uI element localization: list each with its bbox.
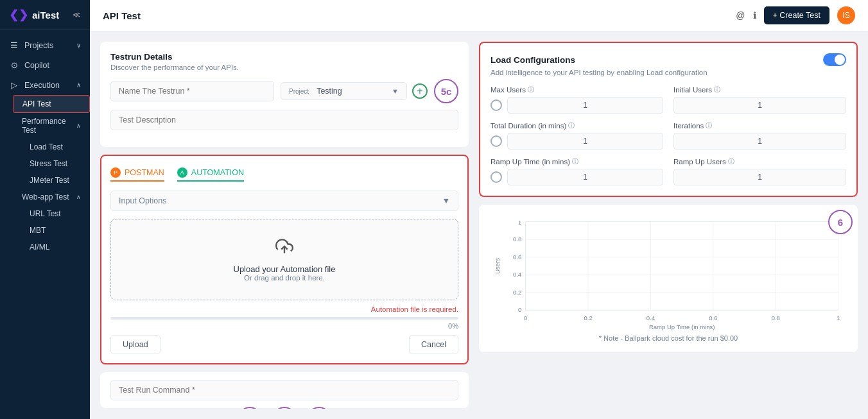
tabs: P POSTMAN A AUTOMATION — [110, 165, 458, 182]
load-config-header: Load Configurations — [490, 53, 846, 66]
chevron-up-icon: ∧ — [76, 123, 81, 129]
content-area: Testrun Details Discover the performance… — [90, 31, 868, 419]
iterations-input[interactable] — [673, 133, 846, 150]
testrun-name-input[interactable] — [110, 81, 274, 101]
input-options-label: Input Options — [119, 196, 166, 205]
left-panel: Testrun Details Discover the performance… — [100, 42, 469, 409]
svg-text:Ramp Up Time (in mins): Ramp Up Time (in mins) — [649, 323, 715, 330]
right-panel: Load Configurations Add intelligence to … — [479, 42, 858, 409]
ramp-up-time-input[interactable] — [507, 169, 663, 185]
testrun-name-row: Project Testing ▼ + 5c — [110, 79, 458, 103]
step-badge-7c: 7c — [238, 407, 262, 409]
svg-text:0.6: 0.6 — [513, 253, 521, 261]
sidebar-item-stress-test[interactable]: Stress Test — [21, 155, 90, 172]
svg-text:0.2: 0.2 — [584, 314, 592, 321]
load-config-card: Load Configurations Add intelligence to … — [479, 42, 858, 197]
testrun-title: Testrun Details — [110, 52, 458, 62]
sidebar-sub-item-label: JMeter Test — [30, 176, 69, 185]
info-icon[interactable]: ℹ — [753, 10, 756, 21]
copilot-icon: ⊙ — [9, 60, 19, 70]
max-users-circle — [490, 99, 502, 111]
sidebar-item-api-test[interactable]: API Test — [13, 95, 90, 113]
svg-text:0.2: 0.2 — [513, 289, 521, 296]
svg-text:1: 1 — [518, 219, 521, 226]
upload-action-row: Upload Cancel — [110, 335, 458, 354]
create-test-button[interactable]: + Create Test — [764, 6, 829, 24]
cancel-upload-button[interactable]: Cancel — [409, 335, 458, 354]
sidebar-sub-item-label: Performance Test — [22, 117, 73, 135]
sidebar-sub-execution: API Test Performance Test ∧ Load Test St… — [0, 95, 90, 255]
sidebar-sub-item-label: Stress Test — [30, 159, 67, 168]
sidebar-item-projects[interactable]: ☰ Projects ∨ — [0, 35, 90, 55]
max-users-field: Max Users ⓘ — [490, 85, 663, 114]
ramp-up-users-field: Ramp Up Users ⓘ — [673, 157, 846, 185]
page-title: API Test — [103, 10, 141, 21]
project-selector[interactable]: Project Testing ▼ — [281, 82, 407, 100]
sidebar-item-url-test[interactable]: URL Test — [21, 205, 90, 222]
ramp-up-time-label: Ramp Up Time (in mins) ⓘ — [490, 157, 663, 166]
total-duration-label: Total Duration (in mins) ⓘ — [490, 121, 663, 130]
postman-icon: P — [110, 167, 121, 178]
ramp-up-users-input[interactable] — [673, 169, 846, 185]
max-users-input-row — [490, 97, 663, 114]
chart-note: * Note - Ballpark cloud cost for the run… — [489, 334, 847, 342]
ramp-up-time-input-row — [490, 169, 663, 185]
header-actions: @ ℹ + Create Test IS — [736, 6, 855, 24]
sidebar-sub-item-label: Load Test — [30, 142, 63, 151]
sidebar-item-mbt[interactable]: MBT — [21, 222, 90, 239]
info-icon: ⓘ — [568, 121, 575, 130]
sidebar-webapp-sub: URL Test MBT AI/ML — [13, 205, 90, 255]
upload-area[interactable]: Upload your Automation file Or drag and … — [110, 219, 458, 300]
max-users-input[interactable] — [507, 97, 663, 114]
load-config-subtitle: Add intelligence to your API testing by … — [490, 69, 846, 76]
sidebar-sub-item-label: Web-app Test — [22, 192, 69, 201]
progress-bar — [110, 317, 458, 320]
load-config-toggle[interactable] — [823, 53, 846, 66]
load-config-title: Load Configurations — [490, 55, 575, 65]
max-users-label: Max Users ⓘ — [490, 85, 663, 94]
tab-section: P POSTMAN A AUTOMATION Input Options ▼ — [100, 155, 469, 364]
sidebar-item-execution[interactable]: ▷ Execution ∧ — [0, 75, 90, 95]
chevron-down-icon: ∨ — [76, 42, 81, 49]
info-icon: ⓘ — [706, 121, 712, 130]
sidebar-sub-item-label: URL Test — [30, 209, 61, 218]
tab-postman[interactable]: P POSTMAN — [110, 165, 164, 182]
ramp-up-users-label: Ramp Up Users ⓘ — [673, 157, 846, 166]
upload-icon — [124, 237, 445, 259]
sidebar-item-performance-test[interactable]: Performance Test ∧ — [13, 113, 90, 139]
test-run-command-input[interactable] — [110, 380, 458, 400]
avatar: IS — [837, 6, 855, 24]
sidebar-item-jmeter-test[interactable]: JMeter Test — [21, 172, 90, 189]
sidebar-item-copilot[interactable]: ⊙ Copilot — [0, 55, 90, 75]
upload-button[interactable]: Upload — [110, 335, 161, 354]
add-project-button[interactable]: + — [412, 83, 428, 99]
initial-users-input[interactable] — [673, 97, 846, 114]
automation-icon: A — [177, 167, 187, 178]
sidebar-sub-item-label: API Test — [22, 99, 51, 108]
ramp-up-chart: 0 0.2 0.4 0.6 0.8 1 0 0.2 0.4 0.6 0.8 1 — [489, 215, 847, 330]
svg-text:0.8: 0.8 — [772, 314, 780, 321]
ramp-up-time-field: Ramp Up Time (in mins) ⓘ — [490, 157, 663, 185]
description-row — [110, 110, 458, 130]
progress-label: 0% — [110, 322, 458, 330]
chevron-up-icon: ∧ — [76, 194, 81, 200]
sidebar-nav: ☰ Projects ∨ ⊙ Copilot ▷ Execution ∧ API… — [0, 30, 90, 419]
initial-users-field: Initial Users ⓘ — [673, 85, 846, 114]
at-icon[interactable]: @ — [736, 10, 745, 21]
total-duration-input-row — [490, 133, 663, 150]
total-duration-input[interactable] — [507, 133, 663, 150]
sidebar-item-load-test[interactable]: Load Test — [21, 139, 90, 155]
test-description-input[interactable] — [110, 110, 458, 130]
svg-text:0.4: 0.4 — [513, 271, 522, 278]
upload-error-message: Automation file is required. — [110, 305, 458, 313]
main-area: API Test @ ℹ + Create Test IS Testrun De… — [90, 0, 868, 419]
input-options-dropdown[interactable]: Input Options ▼ — [110, 191, 458, 211]
sidebar-item-aiml[interactable]: AI/ML — [21, 239, 90, 255]
sidebar-item-label: Execution — [24, 81, 60, 90]
sidebar-collapse-button[interactable]: ≪ — [73, 10, 81, 19]
tab-automation[interactable]: A AUTOMATION — [177, 165, 244, 182]
testrun-subtitle: Discover the performance of your APIs. — [110, 64, 458, 71]
sidebar-item-web-app-test[interactable]: Web-app Test ∧ — [13, 189, 90, 205]
projects-icon: ☰ — [9, 40, 19, 50]
config-grid: Max Users ⓘ Initial Users ⓘ — [490, 85, 846, 185]
